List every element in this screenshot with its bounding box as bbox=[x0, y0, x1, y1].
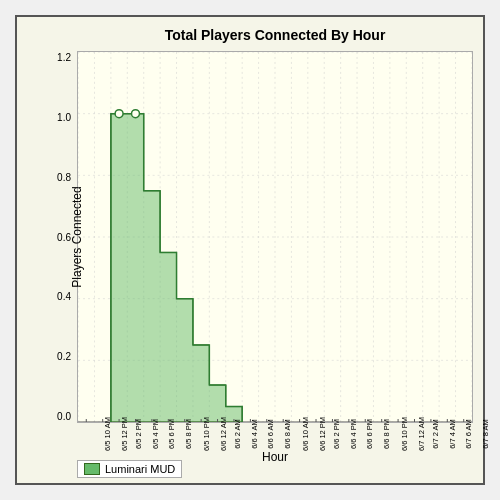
x-tick-label: 6/5 8 PM bbox=[184, 419, 193, 449]
y-tick-label: 0.4 bbox=[33, 291, 71, 302]
x-tick-label: 6/6 12 PM bbox=[318, 417, 327, 451]
x-tick-label: 6/6 8 PM bbox=[382, 419, 391, 449]
y-tick-label: 1.0 bbox=[33, 112, 71, 123]
chart-area: Players Connected Hour 0.00.20.40.60.81.… bbox=[77, 51, 473, 423]
chart-container: Total Players Connected By Hour Players … bbox=[15, 15, 485, 485]
x-tick-label: 6/6 10 PM bbox=[400, 417, 409, 451]
x-tick-label: 6/6 4 PM bbox=[349, 419, 358, 449]
x-tick-label: 6/6 6 AM bbox=[266, 419, 275, 449]
x-tick-label: 6/5 4 PM bbox=[151, 419, 160, 449]
x-tick-label: 6/5 10 PM bbox=[202, 417, 211, 451]
x-tick-label: 6/6 10 AM bbox=[301, 417, 310, 451]
x-tick-label: 6/7 2 AM bbox=[431, 419, 440, 449]
y-tick-label: 0.0 bbox=[33, 411, 71, 422]
x-tick-label: 6/7 8 AM bbox=[481, 419, 490, 449]
x-tick-label: 6/7 12 AM bbox=[417, 417, 426, 451]
x-tick-label: 6/7 4 AM bbox=[448, 419, 457, 449]
x-tick-label: 6/6 2 AM bbox=[233, 419, 242, 449]
svg-point-34 bbox=[115, 110, 123, 118]
legend-label: Luminari MUD bbox=[105, 463, 175, 475]
svg-point-35 bbox=[132, 110, 140, 118]
x-tick-label: 6/6 8 AM bbox=[283, 419, 292, 449]
x-tick-label: 6/6 4 AM bbox=[250, 419, 259, 449]
y-tick-label: 1.2 bbox=[33, 52, 71, 63]
x-tick-label: 6/5 2 PM bbox=[134, 419, 143, 449]
x-tick-label: 6/7 6 AM bbox=[464, 419, 473, 449]
legend: Luminari MUD bbox=[77, 460, 182, 478]
y-tick-label: 0.2 bbox=[33, 351, 71, 362]
x-tick-label: 6/5 6 PM bbox=[167, 419, 176, 449]
x-tick-label: 6/5 10 AM bbox=[103, 417, 112, 451]
y-tick-label: 0.6 bbox=[33, 232, 71, 243]
y-tick-labels: 0.00.20.40.60.81.01.2 bbox=[33, 52, 71, 422]
chart-svg bbox=[78, 52, 472, 422]
x-tick-label: 6/6 6 PM bbox=[365, 419, 374, 449]
x-tick-label: 6/6 2 PM bbox=[332, 419, 341, 449]
x-tick-label: 6/6 12 AM bbox=[219, 417, 228, 451]
y-tick-label: 0.8 bbox=[33, 172, 71, 183]
chart-title: Total Players Connected By Hour bbox=[77, 27, 473, 43]
legend-color-box bbox=[84, 463, 100, 475]
x-tick-label: 6/5 12 PM bbox=[120, 417, 129, 451]
